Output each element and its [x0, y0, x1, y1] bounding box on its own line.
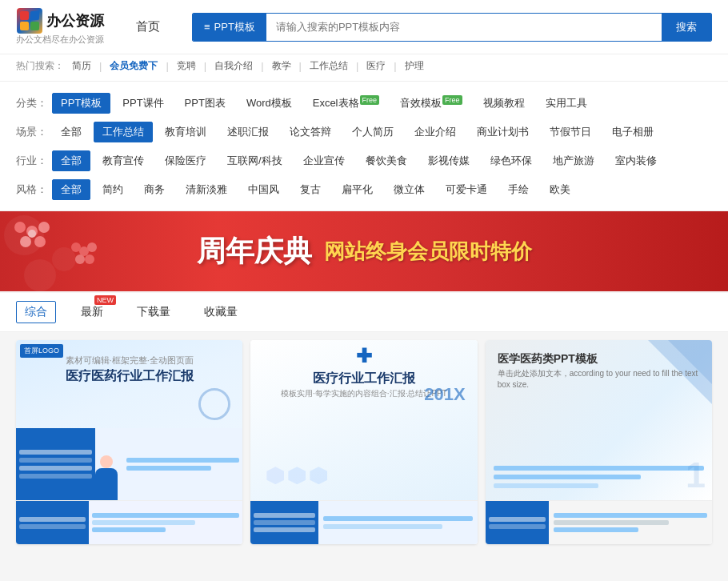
scene-education[interactable]: 教育培训	[156, 122, 215, 142]
card-3[interactable]: 医学医药类PPT模板 单击此处添加文本，according to your ne…	[486, 340, 712, 544]
ind-insurance[interactable]: 保险医疗	[156, 150, 215, 171]
style-western[interactable]: 欧美	[541, 179, 579, 200]
scene-label: 场景：	[16, 125, 47, 139]
logo-icon	[17, 8, 42, 34]
hot-item-7[interactable]: 护理	[405, 59, 424, 73]
free-badge-audio: Free	[442, 95, 462, 105]
scene-business-plan[interactable]: 商业计划书	[468, 122, 538, 142]
logo-area: 办公资源 办公文档尽在办公资源	[16, 8, 104, 46]
scene-report[interactable]: 述职汇报	[218, 122, 278, 142]
card-2-year: 201X	[424, 384, 465, 405]
style-3d[interactable]: 微立体	[385, 179, 434, 200]
scene-all[interactable]: 全部	[52, 122, 90, 142]
scene-thesis[interactable]: 论文答辩	[281, 122, 340, 142]
style-simple[interactable]: 简约	[94, 179, 132, 200]
nav-home-link[interactable]: 首页	[120, 19, 176, 34]
logo-sub: 办公文档尽在办公资源	[16, 34, 104, 46]
svg-rect-3	[30, 22, 39, 30]
ind-media[interactable]: 影视传媒	[419, 150, 478, 171]
svg-rect-0	[20, 11, 29, 20]
style-handdrawn[interactable]: 手绘	[499, 179, 538, 200]
hot-item-0[interactable]: 简历	[72, 59, 91, 73]
search-area: ≡ PPT模板 搜索	[192, 13, 712, 42]
style-chinese[interactable]: 中国风	[239, 179, 288, 200]
logo-box: 办公资源	[17, 8, 104, 34]
card-1[interactable]: 首屏LOGO 素材可编辑·框架完整·全动图页面 医疗医药行业工作汇报	[16, 340, 242, 544]
card-3-preview: 医学医药类PPT模板 单击此处添加文本，according to your ne…	[486, 340, 712, 500]
scene-company[interactable]: 企业介绍	[406, 122, 465, 142]
ind-education[interactable]: 教育宣传	[94, 150, 153, 171]
card-3-rows	[494, 466, 704, 488]
card-2-hexes	[266, 467, 327, 484]
style-label: 风格：	[16, 182, 47, 197]
scene-row: 场景： 全部 工作总结 教育培训 述职汇报 论文答辩 个人简历 企业介绍 商业计…	[16, 118, 712, 146]
sort-downloads[interactable]: 下载量	[128, 301, 179, 323]
industry-label: 行业：	[16, 154, 47, 168]
ind-food[interactable]: 餐饮美食	[357, 150, 416, 171]
sort-comprehensive[interactable]: 综合	[16, 301, 56, 323]
free-badge-excel: Free	[360, 95, 380, 105]
hot-search-bar: 热门搜索： 简历 | 会员免费下 | 竞聘 | 自我介绍 | 教学 | 工作总结…	[0, 54, 728, 82]
style-business[interactable]: 商务	[135, 179, 174, 200]
hot-item-4[interactable]: 教学	[272, 59, 291, 73]
card-3-subtitle: 单击此处添加文本，according to your need to fill …	[498, 368, 700, 391]
hot-item-3[interactable]: 自我介绍	[214, 59, 253, 73]
card-2-preview: ✚ 医疗行业工作汇报 模板实用·每学实施的内容组合·汇报·总结让PPT 201X	[250, 340, 477, 500]
svg-point-4	[4, 215, 44, 255]
ind-internet[interactable]: 互联网/科技	[218, 150, 291, 171]
scene-album[interactable]: 电子相册	[603, 122, 662, 142]
hot-item-2[interactable]: 竞聘	[177, 59, 196, 73]
svg-point-10	[20, 236, 31, 247]
logo-text: 办公资源	[46, 11, 104, 30]
cat-word[interactable]: Word模板	[238, 93, 301, 114]
svg-point-14	[87, 242, 97, 252]
svg-point-15	[71, 242, 81, 252]
svg-point-11	[34, 236, 46, 247]
scene-work-summary[interactable]: 工作总结	[94, 122, 153, 142]
sort-favorites[interactable]: 收藏量	[195, 301, 246, 323]
cat-ppt-course[interactable]: PPT课件	[114, 93, 172, 114]
scene-resume[interactable]: 个人简历	[343, 122, 402, 142]
sort-bar: 综合 最新NEW 下载量 收藏量	[0, 293, 728, 332]
cat-audio[interactable]: 音效模板Free	[391, 92, 471, 114]
scene-holiday[interactable]: 节假节日	[541, 122, 600, 142]
svg-point-8	[38, 222, 50, 233]
sort-newest[interactable]: 最新NEW	[72, 301, 112, 323]
hot-item-1[interactable]: 会员免费下	[110, 59, 158, 73]
card-2[interactable]: ✚ 医疗行业工作汇报 模板实用·每学实施的内容组合·汇报·总结让PPT 201X	[250, 340, 477, 544]
style-cute[interactable]: 可爱卡通	[437, 179, 496, 200]
card-2-cross: ✚	[356, 345, 372, 367]
search-tab[interactable]: ≡ PPT模板	[193, 14, 266, 41]
search-input[interactable]	[266, 14, 662, 39]
ind-enterprise[interactable]: 企业宣传	[294, 150, 354, 171]
cat-ppt-chart[interactable]: PPT图表	[176, 93, 234, 114]
ind-realestate[interactable]: 地产旅游	[544, 150, 603, 171]
svg-point-5	[52, 247, 76, 271]
cat-tools[interactable]: 实用工具	[537, 93, 596, 114]
category-items: PPT模板 PPT课件 PPT图表 Word模板 Excel表格Free 音效模…	[52, 92, 596, 114]
style-fresh[interactable]: 清新淡雅	[177, 179, 236, 200]
ind-interior[interactable]: 室内装修	[606, 150, 666, 171]
banner-flowers	[0, 211, 144, 291]
search-button[interactable]: 搜索	[662, 14, 711, 41]
ind-all[interactable]: 全部	[52, 150, 90, 171]
style-flat[interactable]: 扁平化	[333, 179, 382, 200]
cat-ppt-template[interactable]: PPT模板	[52, 93, 110, 114]
cat-video[interactable]: 视频教程	[474, 93, 534, 114]
style-retro[interactable]: 复古	[291, 179, 330, 200]
hot-item-6[interactable]: 医疗	[366, 59, 386, 73]
card-1-bottom-preview	[16, 428, 242, 500]
cat-excel[interactable]: Excel表格Free	[304, 92, 388, 114]
category-row: 分类： PPT模板 PPT课件 PPT图表 Word模板 Excel表格Free…	[16, 88, 712, 118]
card-3-title: 医学医药类PPT模板	[498, 352, 598, 367]
svg-rect-2	[20, 22, 29, 30]
svg-rect-1	[30, 11, 39, 20]
ind-green[interactable]: 绿色环保	[482, 150, 541, 171]
card-1-title: 医疗医药行业工作汇报	[16, 368, 242, 385]
hot-item-5[interactable]: 工作总结	[310, 59, 348, 73]
card-3-number: 1	[686, 455, 706, 496]
banner-main-text: 周年庆典	[197, 232, 312, 271]
banner[interactable]: 周年庆典 网站终身会员限时特价	[0, 211, 728, 291]
style-all[interactable]: 全部	[52, 179, 90, 200]
banner-content: 周年庆典 网站终身会员限时特价	[197, 232, 532, 271]
